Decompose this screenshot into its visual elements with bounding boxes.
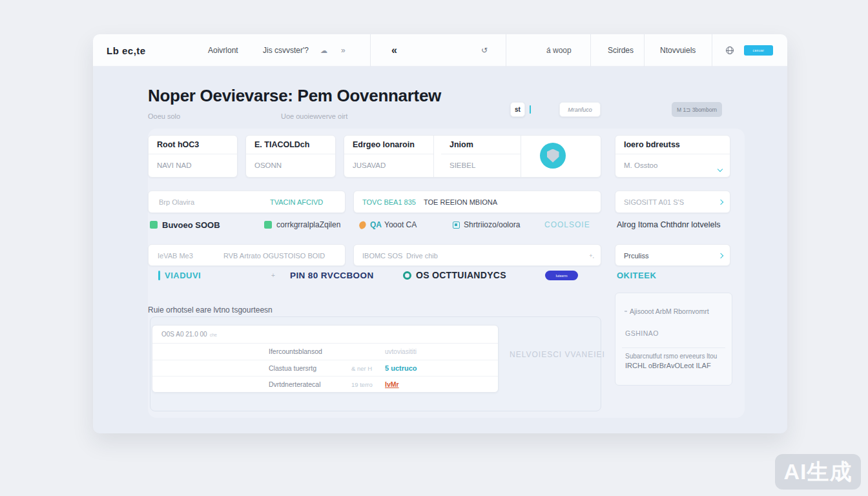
image-frame-icon: [453, 222, 460, 229]
section-heading: Ruie orhotsel eare lvtno tsgourteesn: [148, 305, 273, 315]
bar-link[interactable]: TOVC BEA1 835: [362, 191, 416, 213]
legend-item: COOLSOIE: [544, 219, 590, 231]
bar-label: Brp Olavira: [159, 191, 194, 213]
add-icon[interactable]: +,: [589, 245, 594, 267]
table-row: Dvrtdnerteratecal 19 terro IvMr: [152, 377, 498, 393]
table-header-label: O0S A0 21.0 00: [161, 331, 207, 338]
stat-col-1: Edrgeo lonaroin JUSAVAD: [344, 136, 433, 177]
info-line-2: GSHINAO: [625, 329, 659, 337]
info-line-4: IRCHL oBrBrAvOLeot ILAF: [625, 362, 711, 369]
stat-card-value: NAVI NAD: [149, 154, 237, 177]
legend-item: corrkgrralplaZqilen: [264, 219, 340, 231]
globe-icon[interactable]: [726, 34, 734, 67]
legend-item: QA Yooot CA: [359, 219, 417, 231]
side-note: Alrog Itoma Chthdnr lotvelels: [617, 219, 721, 231]
nav-divider: [370, 34, 371, 67]
table-row: Ifercountsblansod uvtoviasititi: [152, 344, 498, 360]
report-table-card: O0S A0 21.0 00che Ifercountsblansod uvto…: [152, 325, 499, 393]
card-divider: [521, 136, 521, 177]
stat-card-wide: Edrgeo lonaroin JUSAVAD Jniom SIEBEL: [344, 135, 601, 178]
bar-b: IBOMC SOS Drive chib +,: [353, 244, 601, 266]
row-mid-value: & ner H: [351, 360, 372, 377]
table-row: Clastua tuersrtg & ner H 5 uctruco: [152, 360, 498, 377]
chevron-right-icon[interactable]: [718, 200, 723, 205]
bar-label: Prculiss: [624, 245, 649, 267]
app-logo: Lb ec,te: [107, 34, 146, 67]
nav-link-3[interactable]: á woop: [546, 34, 572, 67]
bar-label: IBOMC SOS: [362, 245, 402, 267]
bar-label: SIGOSITT A01 S'S: [624, 191, 684, 213]
shield-badge-icon: [540, 143, 566, 169]
bar-link[interactable]: TVACIN AFCIVD: [270, 191, 323, 213]
pin-item: PIN 80 RVCCBOON: [290, 269, 374, 281]
stat-card-value: JUSAVAD: [344, 154, 433, 177]
info-line-3: Subarcnutfut rsmo erveeurs ltou: [625, 353, 717, 360]
subtitle-mid: Uoe ouoiewverve oirt: [281, 112, 347, 120]
double-arrow-icon[interactable]: »: [341, 34, 346, 67]
members-button[interactable]: M 1⊐ 3bomborn: [672, 102, 722, 117]
bar-label: IeVAB Me3: [158, 245, 193, 267]
green-square-icon: [150, 221, 158, 229]
accent-tick: [530, 105, 531, 114]
stat-card-2: E. TIACOLDch OSONN: [245, 135, 336, 178]
stat-card-value: OSONN: [246, 154, 335, 177]
row-label: Ifercountsblansod: [269, 344, 322, 360]
nav-link-5[interactable]: Ntovvuiels: [660, 34, 696, 67]
orange-blob-icon: [358, 220, 367, 229]
bar-label: RVB Artrato OGUSTOISO BOID: [223, 245, 325, 267]
small-toggle-button[interactable]: st: [510, 102, 525, 117]
bar-c[interactable]: Prculiss: [615, 244, 730, 266]
stat-card-title: Root hOC3: [149, 136, 237, 154]
okiteek-link[interactable]: OKITEEK: [617, 269, 656, 281]
nav-divider: [644, 34, 645, 67]
collapse-icon[interactable]: «: [391, 34, 397, 67]
card-divider: [433, 136, 434, 177]
container-watermark: NELVOIESCI VVANEIEI: [510, 350, 605, 359]
stat-card-4: Ioero bdreutss M. Osstoo: [615, 135, 730, 178]
stat-card-value: M. Osstoo: [615, 154, 730, 177]
plus-icon: +: [271, 272, 275, 279]
os-item: OS OCTTUIANDYCS: [403, 269, 506, 281]
legend-label: Yooot CA: [384, 220, 417, 229]
shield-icon: [547, 149, 559, 163]
row-end-link[interactable]: IvMr: [385, 377, 399, 393]
nav-divider: [590, 34, 591, 67]
bar-a: Brp Olavira TVACIN AFCIVD: [148, 191, 346, 213]
os-label: OS OCTTUIANDYCS: [416, 270, 506, 280]
legend-label: corrkgrralplaZqilen: [276, 220, 340, 229]
bar-c[interactable]: SIGOSITT A01 S'S: [615, 191, 730, 213]
nav-cta-button[interactable]: casuar: [744, 45, 773, 56]
info-side-panel: Ajisooot ArbM Rbornvomrt GSHINAO Subarcn…: [615, 293, 732, 386]
action-pill-button[interactable]: Iutssrm: [545, 271, 578, 280]
nav-link-1[interactable]: Aoivrlont: [208, 34, 238, 67]
row-end-link[interactable]: 5 uctruco: [385, 360, 417, 377]
nav-link-4[interactable]: Scirdes: [608, 34, 634, 67]
nav-link-2[interactable]: Jis csvvster'?: [263, 34, 309, 67]
info-line-1: Ajisooot ArbM Rbornvomrt: [630, 307, 709, 315]
table-header: O0S A0 21.0 00che: [152, 326, 498, 344]
stat-col-2: Jniom SIEBEL: [441, 136, 521, 177]
bar-label: Drive chib: [406, 245, 438, 267]
chevron-right-icon[interactable]: [718, 253, 723, 258]
console-link[interactable]: COOLSOIE: [544, 220, 590, 229]
bar-a: IeVAB Me3 RVB Artrato OGUSTOISO BOID: [148, 244, 346, 266]
plus-item[interactable]: +: [271, 269, 275, 281]
pin-label: PIN 80 RVCCBOON: [290, 271, 374, 280]
bar-label: TOE REEION MBIONA: [424, 191, 497, 213]
table-header-suffix: che: [210, 333, 217, 337]
green-square-icon: [264, 221, 272, 229]
row-mid-value: 19 terro: [351, 377, 373, 393]
active-tab[interactable]: VIADUVI: [158, 269, 201, 281]
filter-button[interactable]: Mranfuco: [559, 102, 601, 117]
row-end-value: uvtoviasititi: [385, 344, 417, 360]
top-navbar: Lb ec,te Aoivrlont Jis csvvster'? ☁ » « …: [93, 34, 787, 67]
stat-card-title: Jniom: [441, 136, 521, 154]
cloud-icon[interactable]: ☁: [320, 34, 327, 67]
history-icon[interactable]: ↺: [481, 34, 488, 67]
stat-card-title: Ioero bdreutss: [615, 136, 730, 154]
legend-label: Buvoeo SOOB: [162, 220, 220, 230]
ai-generated-badge: AI生成: [775, 454, 861, 490]
app-window: Lb ec,te Aoivrlont Jis csvvster'? ☁ » « …: [93, 34, 787, 433]
stat-card-title: Edrgeo lonaroin: [344, 136, 433, 154]
report-container: O0S A0 21.0 00che Ifercountsblansod uvto…: [150, 316, 601, 411]
